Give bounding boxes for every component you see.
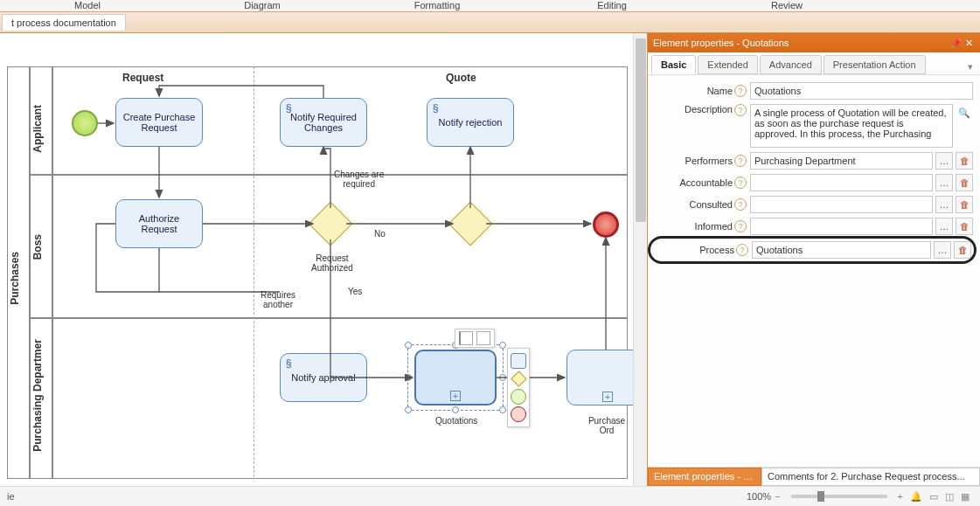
edge-label-yes: Yes [348,287,362,296]
help-icon[interactable]: ? [734,85,747,97]
scrollbar-thumb[interactable] [636,38,646,222]
input-informed[interactable] [750,218,933,235]
input-description[interactable] [750,104,953,148]
help-icon[interactable]: ? [734,220,747,232]
tab-basic[interactable]: Basic [651,55,696,74]
status-left: ie [7,491,15,502]
help-icon[interactable]: ? [734,177,747,189]
panel-footer-tabs: Element properties - Qu... Comments for … [648,467,980,486]
help-icon[interactable]: ? [734,104,747,116]
ribbon-tab-review[interactable]: Review [699,0,874,11]
text-annotation-icon[interactable] [476,331,490,345]
tab-presentation[interactable]: Presentation Action [824,55,926,74]
zoom-value: 100% [747,491,771,502]
input-name[interactable] [750,82,973,100]
element-palette[interactable] [507,348,530,427]
property-tabs: Basic Extended Advanced Presentation Act… [648,52,980,75]
ribbon-tab-formatting[interactable]: Formatting [350,0,525,11]
zoom-description-icon[interactable]: 🔍 [956,104,973,121]
view-mode-icon[interactable]: ▭ [929,491,938,503]
ribbon-tabs: Model Diagram Formatting Editing Review [0,0,980,12]
input-performers[interactable] [750,152,933,170]
footer-tab-comments[interactable]: Comments for 2. Purchase Request process… [761,468,980,486]
diagram-canvas[interactable]: Purchases Applicant Boss Purchasing Depa… [0,33,647,486]
palette-end-event-icon[interactable] [511,406,526,422]
panel-title-text: Element properties - Quotations [653,38,789,48]
view-mode-split-icon[interactable]: ◫ [945,491,954,503]
palette-task-icon[interactable] [511,353,526,369]
label-consulted: Consulted [651,199,734,210]
delete-button[interactable]: 🗑 [954,241,971,259]
annotation-icon[interactable] [459,331,473,345]
zoom-out-icon[interactable]: − [775,491,780,502]
browse-button[interactable]: … [934,241,951,259]
zoom-in-icon[interactable]: + [898,491,903,502]
canvas-scrollbar-vertical[interactable] [633,33,647,486]
delete-button[interactable]: 🗑 [956,218,973,235]
edge-label-changes: Changes are required [334,170,384,189]
input-accountable[interactable] [750,174,933,191]
document-tab[interactable]: t process documentation [2,14,126,31]
zoom-slider[interactable] [791,495,887,498]
pin-icon[interactable]: 📌 [950,38,963,49]
edge-label-requires-another: Requires another [261,290,295,309]
zoom-slider-knob[interactable] [817,491,824,502]
document-tab-bar: t process documentation [0,12,980,33]
browse-button[interactable]: … [935,196,953,213]
close-icon[interactable]: ✕ [963,38,975,49]
context-toolbar[interactable] [455,329,495,348]
delete-button[interactable]: 🗑 [956,196,973,213]
help-icon[interactable]: ? [734,198,747,211]
footer-tab-properties[interactable]: Element properties - Qu... [648,468,761,486]
ribbon-tab-model[interactable]: Model [0,0,175,11]
browse-button[interactable]: … [935,218,953,235]
label-process: Process [653,245,736,255]
ribbon-tab-editing[interactable]: Editing [525,0,699,11]
properties-panel: Element properties - Quotations 📌 ✕ Basi… [647,33,980,486]
input-consulted[interactable] [750,196,933,213]
label-description: Description [651,104,734,114]
panel-titlebar[interactable]: Element properties - Quotations 📌 ✕ [648,33,980,52]
tab-extended[interactable]: Extended [698,55,757,74]
label-accountable: Accountable [651,177,734,188]
input-process[interactable] [752,241,931,259]
view-mode-grid-icon[interactable]: ▦ [961,491,970,503]
palette-start-event-icon[interactable] [511,389,526,405]
status-bar: ie 100% − + 🔔 ▭ ◫ ▦ [0,486,980,506]
edge-label-authorized: Request Authorized [311,253,353,273]
label-informed: Informed [651,221,734,232]
delete-button[interactable]: 🗑 [956,174,973,191]
delete-button[interactable]: 🗑 [956,152,973,170]
label-name: Name [651,86,734,96]
notification-bell-icon[interactable]: 🔔 [910,491,922,503]
browse-button[interactable]: … [935,152,953,170]
browse-button[interactable]: … [935,174,953,191]
help-icon[interactable]: ? [734,155,747,167]
tab-advanced[interactable]: Advanced [760,55,822,74]
property-form: Name ? Description ? 🔍 Performers ? … 🗑 … [648,75,980,467]
label-performers: Performers [651,156,734,166]
ribbon-tab-diagram[interactable]: Diagram [175,0,350,11]
edge-label-no: No [374,229,386,239]
tabs-dropdown-icon[interactable]: ▾ [964,59,977,74]
palette-gateway-icon[interactable] [511,371,526,386]
help-icon[interactable]: ? [736,244,748,256]
